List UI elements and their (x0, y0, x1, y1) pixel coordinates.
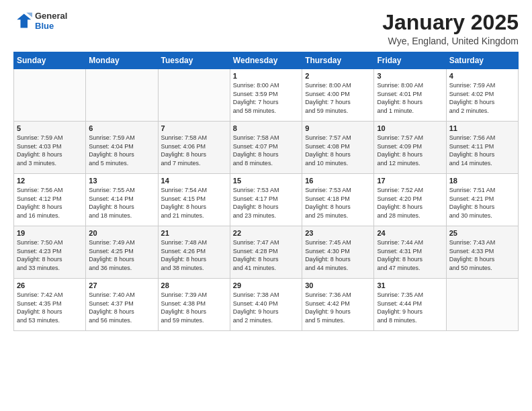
day-number: 5 (17, 124, 83, 132)
calendar-cell: 28Sunrise: 7:39 AM Sunset: 4:38 PM Dayli… (158, 279, 230, 331)
calendar-cell: 9Sunrise: 7:57 AM Sunset: 4:08 PM Daylig… (302, 122, 374, 174)
weekday-header-thursday: Thursday (302, 52, 374, 69)
logo-icon (13, 11, 32, 30)
day-info: Sunrise: 7:48 AM Sunset: 4:26 PM Dayligh… (161, 238, 227, 272)
day-info: Sunrise: 7:51 AM Sunset: 4:21 PM Dayligh… (449, 186, 515, 220)
day-info: Sunrise: 7:57 AM Sunset: 4:09 PM Dayligh… (377, 134, 443, 167)
day-info: Sunrise: 7:39 AM Sunset: 4:38 PM Dayligh… (161, 291, 227, 324)
calendar-cell: 17Sunrise: 7:52 AM Sunset: 4:20 PM Dayli… (374, 174, 446, 226)
calendar-cell: 12Sunrise: 7:56 AM Sunset: 4:12 PM Dayli… (14, 174, 86, 226)
day-info: Sunrise: 7:45 AM Sunset: 4:30 PM Dayligh… (305, 238, 371, 272)
weekday-header-wednesday: Wednesday (230, 52, 302, 69)
day-info: Sunrise: 7:36 AM Sunset: 4:42 PM Dayligh… (305, 291, 371, 324)
weekday-header-sunday: Sunday (14, 52, 86, 69)
day-info: Sunrise: 7:50 AM Sunset: 4:23 PM Dayligh… (17, 238, 83, 272)
calendar-cell: 24Sunrise: 7:44 AM Sunset: 4:31 PM Dayli… (374, 226, 446, 279)
day-number: 1 (233, 72, 299, 80)
calendar-cell: 13Sunrise: 7:55 AM Sunset: 4:14 PM Dayli… (86, 174, 158, 226)
calendar-cell: 10Sunrise: 7:57 AM Sunset: 4:09 PM Dayli… (374, 122, 446, 174)
week-row-0: 1Sunrise: 8:00 AM Sunset: 3:59 PM Daylig… (14, 69, 519, 122)
calendar-cell: 2Sunrise: 8:00 AM Sunset: 4:00 PM Daylig… (302, 69, 374, 122)
day-info: Sunrise: 7:58 AM Sunset: 4:07 PM Dayligh… (233, 134, 299, 167)
day-info: Sunrise: 7:53 AM Sunset: 4:17 PM Dayligh… (233, 186, 299, 220)
day-number: 15 (233, 177, 299, 185)
weekday-header-tuesday: Tuesday (158, 52, 230, 69)
day-number: 10 (377, 124, 443, 132)
day-number: 23 (305, 229, 371, 237)
day-number: 6 (89, 124, 154, 132)
calendar-cell: 7Sunrise: 7:58 AM Sunset: 4:06 PM Daylig… (158, 122, 230, 174)
day-number: 17 (377, 177, 443, 185)
weekday-header-row: SundayMondayTuesdayWednesdayThursdayFrid… (14, 52, 519, 69)
calendar-cell (446, 279, 518, 331)
calendar-cell: 27Sunrise: 7:40 AM Sunset: 4:37 PM Dayli… (86, 279, 158, 331)
day-info: Sunrise: 7:59 AM Sunset: 4:02 PM Dayligh… (449, 81, 515, 115)
day-info: Sunrise: 8:00 AM Sunset: 4:01 PM Dayligh… (377, 81, 443, 115)
day-number: 25 (449, 229, 515, 237)
day-number: 31 (377, 281, 443, 289)
calendar-cell (158, 69, 230, 122)
calendar-cell: 3Sunrise: 8:00 AM Sunset: 4:01 PM Daylig… (374, 69, 446, 122)
day-number: 4 (449, 72, 515, 80)
weekday-header-friday: Friday (374, 52, 446, 69)
day-info: Sunrise: 7:56 AM Sunset: 4:11 PM Dayligh… (449, 134, 515, 167)
day-number: 28 (161, 281, 227, 289)
day-info: Sunrise: 7:40 AM Sunset: 4:37 PM Dayligh… (89, 291, 154, 324)
calendar-cell: 20Sunrise: 7:49 AM Sunset: 4:25 PM Dayli… (86, 226, 158, 279)
day-number: 3 (377, 72, 443, 80)
day-number: 12 (17, 177, 83, 185)
title-block: January 2025 Wye, England, United Kingdo… (382, 11, 519, 46)
day-info: Sunrise: 7:47 AM Sunset: 4:28 PM Dayligh… (233, 238, 299, 272)
day-number: 20 (89, 229, 154, 237)
calendar-cell: 5Sunrise: 7:59 AM Sunset: 4:03 PM Daylig… (14, 122, 86, 174)
day-number: 9 (305, 124, 371, 132)
day-number: 27 (89, 281, 154, 289)
calendar-cell: 25Sunrise: 7:43 AM Sunset: 4:33 PM Dayli… (446, 226, 518, 279)
calendar-cell: 15Sunrise: 7:53 AM Sunset: 4:17 PM Dayli… (230, 174, 302, 226)
calendar-cell: 29Sunrise: 7:38 AM Sunset: 4:40 PM Dayli… (230, 279, 302, 331)
day-number: 30 (305, 281, 371, 289)
day-info: Sunrise: 7:43 AM Sunset: 4:33 PM Dayligh… (449, 238, 515, 272)
day-number: 19 (17, 229, 83, 237)
day-info: Sunrise: 7:56 AM Sunset: 4:12 PM Dayligh… (17, 186, 83, 220)
day-info: Sunrise: 7:53 AM Sunset: 4:18 PM Dayligh… (305, 186, 371, 220)
day-info: Sunrise: 7:59 AM Sunset: 4:03 PM Dayligh… (17, 134, 83, 167)
day-info: Sunrise: 7:49 AM Sunset: 4:25 PM Dayligh… (89, 238, 154, 272)
day-info: Sunrise: 7:58 AM Sunset: 4:06 PM Dayligh… (161, 134, 227, 167)
day-number: 18 (449, 177, 515, 185)
day-info: Sunrise: 7:55 AM Sunset: 4:14 PM Dayligh… (89, 186, 154, 220)
logo: General Blue (13, 11, 67, 31)
calendar-cell: 4Sunrise: 7:59 AM Sunset: 4:02 PM Daylig… (446, 69, 518, 122)
day-info: Sunrise: 7:57 AM Sunset: 4:08 PM Dayligh… (305, 134, 371, 167)
day-info: Sunrise: 7:38 AM Sunset: 4:40 PM Dayligh… (233, 291, 299, 324)
day-number: 29 (233, 281, 299, 289)
day-number: 24 (377, 229, 443, 237)
day-info: Sunrise: 8:00 AM Sunset: 4:00 PM Dayligh… (305, 81, 371, 115)
calendar-cell: 23Sunrise: 7:45 AM Sunset: 4:30 PM Dayli… (302, 226, 374, 279)
weekday-header-monday: Monday (86, 52, 158, 69)
day-number: 16 (305, 177, 371, 185)
page: General Blue January 2025 Wye, England, … (0, 0, 532, 411)
calendar-cell: 22Sunrise: 7:47 AM Sunset: 4:28 PM Dayli… (230, 226, 302, 279)
day-number: 26 (17, 281, 83, 289)
calendar-cell: 19Sunrise: 7:50 AM Sunset: 4:23 PM Dayli… (14, 226, 86, 279)
day-number: 22 (233, 229, 299, 237)
week-row-1: 5Sunrise: 7:59 AM Sunset: 4:03 PM Daylig… (14, 122, 519, 174)
calendar-cell: 11Sunrise: 7:56 AM Sunset: 4:11 PM Dayli… (446, 122, 518, 174)
weekday-header-saturday: Saturday (446, 52, 518, 69)
day-number: 2 (305, 72, 371, 80)
month-title: January 2025 (382, 11, 519, 34)
calendar-cell: 6Sunrise: 7:59 AM Sunset: 4:04 PM Daylig… (86, 122, 158, 174)
day-info: Sunrise: 7:35 AM Sunset: 4:44 PM Dayligh… (377, 291, 443, 324)
day-info: Sunrise: 7:59 AM Sunset: 4:04 PM Dayligh… (89, 134, 154, 167)
location: Wye, England, United Kingdom (382, 36, 519, 46)
day-number: 11 (449, 124, 515, 132)
calendar-cell: 8Sunrise: 7:58 AM Sunset: 4:07 PM Daylig… (230, 122, 302, 174)
day-info: Sunrise: 7:42 AM Sunset: 4:35 PM Dayligh… (17, 291, 83, 324)
day-info: Sunrise: 7:52 AM Sunset: 4:20 PM Dayligh… (377, 186, 443, 220)
logo-text: General Blue (35, 11, 67, 31)
day-number: 8 (233, 124, 299, 132)
week-row-2: 12Sunrise: 7:56 AM Sunset: 4:12 PM Dayli… (14, 174, 519, 226)
calendar-cell: 26Sunrise: 7:42 AM Sunset: 4:35 PM Dayli… (14, 279, 86, 331)
calendar-cell (86, 69, 158, 122)
